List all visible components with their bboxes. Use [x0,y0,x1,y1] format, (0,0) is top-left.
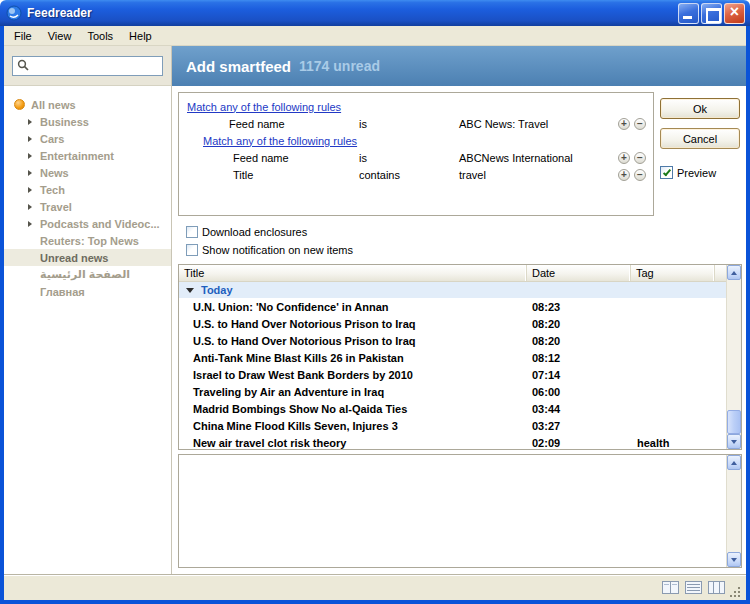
maximize-button[interactable] [701,3,722,24]
sidebar-item-unread-news[interactable]: Unread news [4,249,171,266]
collapse-arrow-icon [186,288,194,293]
unread-count: 1174 unread [299,58,380,74]
sidebar-item-all-news[interactable]: All news [4,96,171,113]
add-rule-button[interactable] [618,152,630,164]
sidebar-item-home-russian[interactable]: Главная [4,283,171,300]
expand-arrow-icon [28,136,32,142]
sidebar-item-label: الصفحة الرئيسية [40,268,130,281]
search-input[interactable] [32,60,158,72]
group-row-today[interactable]: Today [179,282,726,298]
view-columns-icon [708,581,725,594]
article-title: Traveling by Air an Adventure in Iraq [179,386,527,398]
sidebar-item-travel[interactable]: Travel [4,198,171,215]
sidebar-item-label: Главная [40,286,85,298]
remove-rule-button[interactable] [634,169,646,181]
rule-row[interactable]: Feed name is ABCNews International [179,149,653,166]
scroll-down-button[interactable] [727,552,741,567]
ok-button[interactable]: Ok [660,98,740,119]
article-table: Title Date Tag Today U.N. Union: 'No [178,264,742,450]
scrollbar-thumb[interactable] [727,410,741,434]
remove-rule-button[interactable] [634,118,646,130]
article-date: 07:14 [527,369,631,381]
sidebar-item-news[interactable]: News [4,164,171,181]
table-row[interactable]: China Mine Flood Kills Seven, Injures 3 … [179,417,726,434]
table-row[interactable]: New air travel clot risk theory 02:09 he… [179,434,726,449]
sidebar-item-reuters-top-news[interactable]: Reuters: Top News [4,232,171,249]
download-enclosures-checkbox[interactable] [186,226,198,238]
table-row[interactable]: Anti-Tank Mine Blast Kills 26 in Pakista… [179,349,726,366]
article-title: Madrid Bombings Show No al-Qaida Ties [179,403,527,415]
add-rule-button[interactable] [618,118,630,130]
sidebar-item-cars[interactable]: Cars [4,130,171,147]
table-row[interactable]: Madrid Bombings Show No al-Qaida Ties 03… [179,400,726,417]
remove-rule-button[interactable] [634,152,646,164]
group-label: Today [201,284,233,296]
match-rules-link[interactable]: Match any of the following rules [187,101,341,113]
table-row[interactable]: U.N. Union: 'No Confidence' in Annan 08:… [179,298,726,315]
preview-label: Preview [677,167,716,179]
match-rules-link[interactable]: Match any of the following rules [203,135,357,147]
resize-grip[interactable] [729,587,742,600]
rule-operator: is [359,118,459,130]
sidebar-item-home-arabic[interactable]: الصفحة الرئيسية [4,266,171,283]
rule-row[interactable]: Feed name is ABC News: Travel [179,115,653,132]
minimize-button[interactable] [678,3,699,24]
article-date: 08:20 [527,335,631,347]
add-rule-button[interactable] [618,169,630,181]
menu-tools[interactable]: Tools [79,28,121,44]
article-date: 06:00 [527,386,631,398]
rule-field: Feed name [233,152,359,164]
article-date: 03:44 [527,403,631,415]
cancel-button[interactable]: Cancel [660,128,740,149]
window-title: Feedreader [27,6,678,20]
column-header-tag[interactable]: Tag [631,265,715,281]
preview-scrollbar[interactable] [726,455,741,567]
table-scrollbar[interactable] [726,265,741,449]
article-title: U.S. to Hand Over Notorious Prison to Ir… [179,335,527,347]
rule-operator: contains [359,169,459,181]
scroll-up-button[interactable] [727,265,741,280]
column-header-title[interactable]: Title [179,265,527,281]
close-button[interactable] [724,3,745,24]
view-list-button[interactable] [683,579,703,597]
view-columns-button[interactable] [706,579,726,597]
sidebar-item-business[interactable]: Business [4,113,171,130]
article-title: China Mine Flood Kills Seven, Injures 3 [179,420,527,432]
smartfeed-options: Download enclosures Show notification on… [178,224,742,258]
show-notification-checkbox[interactable] [186,244,198,256]
table-row[interactable]: Israel to Draw West Bank Borders by 2010… [179,366,726,383]
sidebar-item-label: Tech [40,184,65,196]
show-notification-option[interactable]: Show notification on new items [186,242,742,258]
expand-arrow-icon [28,187,32,193]
rule-operator: is [359,152,459,164]
view-split-button[interactable] [660,579,680,597]
preview-option[interactable]: Preview [660,166,740,179]
view-split-icon [662,581,679,594]
sidebar-item-tech[interactable]: Tech [4,181,171,198]
article-date: 02:09 [527,437,631,449]
menubar: File View Tools Help [4,26,746,46]
column-header-date[interactable]: Date [527,265,631,281]
menu-file[interactable]: File [6,28,40,44]
scroll-up-button[interactable] [727,455,741,470]
table-row[interactable]: Traveling by Air an Adventure in Iraq 06… [179,383,726,400]
scrollbar-track[interactable] [727,280,741,434]
table-row[interactable]: U.S. to Hand Over Notorious Prison to Ir… [179,332,726,349]
table-header: Title Date Tag [179,265,741,282]
titlebar[interactable]: Feedreader [0,0,750,26]
all-news-icon [14,99,25,110]
menu-view[interactable]: View [40,28,80,44]
rule-field: Title [233,169,359,181]
sidebar-item-podcasts[interactable]: Podcasts and Videoc... [4,215,171,232]
download-enclosures-option[interactable]: Download enclosures [186,224,742,240]
rule-row[interactable]: Title contains travel [179,166,653,183]
sidebar-item-entertainment[interactable]: Entertainment [4,147,171,164]
table-row[interactable]: U.S. to Hand Over Notorious Prison to Ir… [179,315,726,332]
search-icon [17,59,29,73]
preview-checkbox[interactable] [660,166,673,179]
arrow-down-icon [731,558,737,562]
check-icon [662,168,670,177]
menu-help[interactable]: Help [121,28,160,44]
scrollbar-track[interactable] [727,470,741,552]
scroll-down-button[interactable] [727,434,741,449]
